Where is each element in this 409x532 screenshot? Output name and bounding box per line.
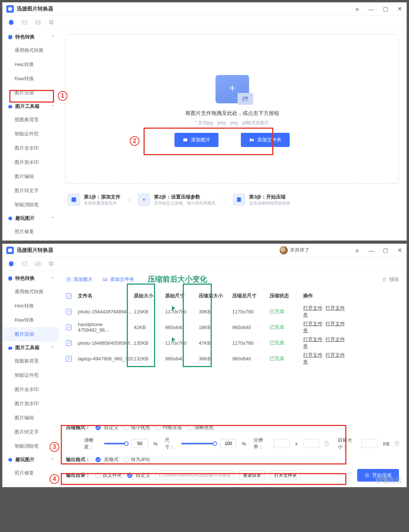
open-file-link[interactable]: 打开文件 [303,321,323,326]
sidebar-item-general[interactable]: 通用格式转换 [3,285,59,299]
sidebar-item-edit[interactable]: 图片编辑 [3,411,59,425]
add-image-link[interactable]: 添加图片 [66,276,93,283]
row-checkbox[interactable] [66,325,72,330]
sidebar-item-cutout[interactable]: 抠图换背景 [3,354,59,368]
toolbar-home-icon[interactable] [8,260,15,267]
size-input[interactable] [220,439,236,448]
menu-icon[interactable]: ≡ [354,247,360,253]
help-icon[interactable]: ? [395,441,399,446]
svg-rect-18 [8,347,12,350]
sidebar-item-add-wm[interactable]: 图片加水印 [3,397,59,411]
chevron-up-icon: ⌃ [51,104,54,109]
sidebar-item-heic[interactable]: Heic转换 [3,299,59,313]
mode-quality-radio[interactable]: 清晰优先 [187,424,214,431]
sidebar-item-ocr[interactable]: 图片转文字 [3,184,59,198]
watermark: 秒懂生活 [375,476,402,485]
sidebar-item-ocr[interactable]: 图片转文字 [3,425,59,439]
row-checkbox[interactable] [66,309,72,314]
sidebar-item-add-wm[interactable]: 图片加水印 [3,155,59,169]
open-dir-button[interactable]: 打开文件夹 [270,470,301,480]
toolbar-image-icon[interactable] [21,260,28,267]
row-checkbox[interactable] [66,356,72,362]
open-file-link[interactable]: 打开文件 [303,337,323,342]
mode-balanced-radio[interactable]: 均衡压缩 [155,424,182,431]
sidebar-item-remove-wm[interactable]: 图片去水印 [3,382,59,397]
sidebar-section-toolbox[interactable]: 图片工具箱⌃ [3,100,59,113]
sidebar-section-fun[interactable]: 趣玩图片⌃ [3,453,59,466]
toolbar-image2-icon[interactable] [35,19,41,26]
sidebar-section-fun[interactable]: 趣玩图片⌃ [3,212,59,225]
res-h-input[interactable] [303,439,319,448]
add-folder-link[interactable]: 添加文件夹 [103,276,134,283]
sidebar-item-idphoto[interactable]: 智能证件照 [3,127,59,141]
minimize-icon[interactable]: — [368,247,374,253]
outdir-orig-radio[interactable]: 原文件夹 [95,472,122,479]
help-icon[interactable]: ? [324,441,328,446]
sidebar-item-raw[interactable]: Raw转换 [3,72,59,86]
toolbar-copy-icon[interactable] [48,19,55,26]
outdir-custom-radio[interactable]: 自定义 [127,472,150,479]
outfmt-jpg-radio[interactable]: 转为JPG [124,456,150,463]
minimize-icon[interactable]: — [368,6,374,12]
app-logo-icon [6,5,14,13]
window-before: 迅捷图片转换器 ≡ — ▢ ✕ 特色转换⌃ 通用格式转换 Heic转换 Raw转… [2,2,407,241]
svg-rect-9 [183,138,188,141]
row-checkbox[interactable] [66,340,72,346]
add-folder-button[interactable]: 添加文件夹 [241,133,290,147]
sidebar-item-general[interactable]: 通用格式转换 [3,43,59,57]
table-row: handphone-4759482_96...42KB960x64018KB96… [66,319,399,335]
clarity-label: 清晰度： [84,437,99,450]
chevron-up-icon: ⌃ [51,346,54,350]
sidebar-section-special[interactable]: 特色转换⌃ [3,272,59,285]
sidebar-item-idphoto[interactable]: 智能证件照 [3,368,59,382]
sidebar-section-toolbox[interactable]: 图片工具箱⌃ [3,341,59,354]
menu-icon[interactable]: ≡ [354,6,360,12]
close-icon[interactable]: ✕ [397,247,403,253]
sidebar-section-special[interactable]: 特色转换⌃ [3,31,59,43]
target-size-input[interactable] [361,439,378,448]
sidebar-item-compress[interactable]: 图片压缩 [3,327,59,341]
sidebar-item-eraser[interactable]: 智能消除笔 [3,439,59,453]
table-row: laptop-4947806_960_720132KB960x64036KB96… [66,351,399,366]
step-3: 第3步：开始压缩点击压缩按钮开始压缩 [233,193,290,206]
sidebar-item-heic[interactable]: Heic转换 [3,57,59,72]
sidebar-item-raw[interactable]: Raw转换 [3,313,59,327]
top-toolbar [3,257,406,270]
remove-button[interactable]: 移除 [382,276,399,283]
sidebar-item-compress[interactable]: 图片压缩 [3,86,59,100]
outdir-path-input[interactable] [155,470,234,480]
sidebar-item-remove-wm[interactable]: 图片去水印 [3,141,59,155]
dropzone[interactable]: ＋ 将图片文件拖拽至此处，或点击下方按钮 * 支持jpg、jpeg、png、gi… [65,34,399,184]
close-icon[interactable]: ✕ [397,6,403,12]
svg-rect-4 [50,20,53,23]
size-slider[interactable] [181,443,215,444]
maximize-icon[interactable]: ▢ [383,247,388,253]
change-dir-button[interactable]: 更改目录 [239,470,265,480]
svg-point-8 [243,97,245,98]
maximize-icon[interactable]: ▢ [383,6,388,12]
res-w-input[interactable] [274,439,290,448]
outfmt-orig-radio[interactable]: 原格式 [95,456,119,463]
toolbar-copy-icon[interactable] [48,260,55,267]
toolbar-image2-icon[interactable] [35,260,41,267]
toolbar-image-icon[interactable] [21,19,28,26]
sidebar-item-cutout[interactable]: 抠图换背景 [3,113,59,127]
step-1: 第1步：添加文件支持批量添加文件 [67,193,120,206]
chevron-up-icon: ⌃ [51,458,54,462]
sidebar-item-eraser[interactable]: 智能消除笔 [3,198,59,212]
open-file-link[interactable]: 打开文件 [303,352,323,358]
mode-custom-radio[interactable]: 自定义 [95,424,119,431]
toolbar-home-icon[interactable] [8,19,15,26]
open-file-link[interactable]: 打开文件 [303,305,323,311]
table-row: photo-1584438784894-...115KB1170x78039KB… [66,304,399,319]
sidebar-item-edit[interactable]: 图片编辑 [3,169,59,184]
add-image-button[interactable]: 添加图片 [174,133,218,147]
clarity-input[interactable] [132,439,148,448]
mode-shrink-radio[interactable]: 缩小优先 [124,424,150,431]
user-profile[interactable]: 不拜拜了 [280,246,309,254]
sidebar-item-restore[interactable]: 照片修复 [3,466,59,480]
sidebar-item-restore[interactable]: 照片修复 [3,225,59,239]
clarity-slider[interactable] [104,443,126,444]
select-all-checkbox[interactable] [66,293,72,299]
app-title: 迅捷图片转换器 [17,247,53,254]
